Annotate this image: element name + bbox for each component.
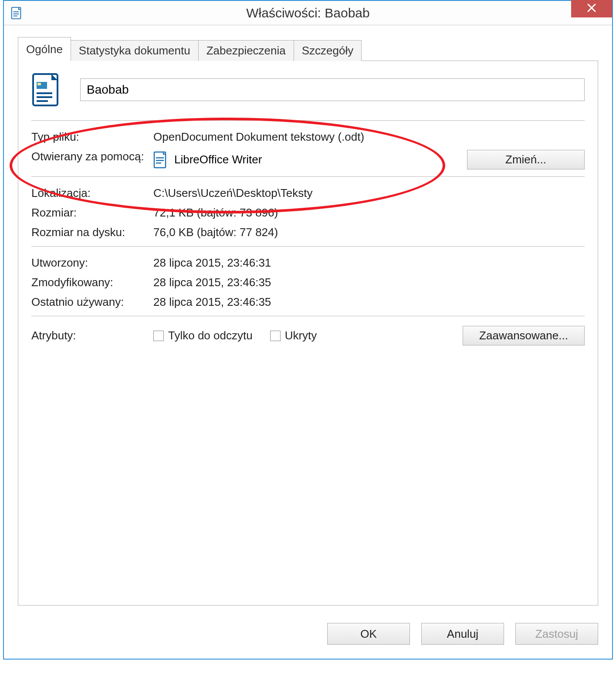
filetype-label: Typ pliku: — [31, 130, 153, 144]
svg-rect-11 — [156, 157, 164, 159]
dialog-footer: OK Anuluj Zastosuj — [4, 614, 612, 659]
svg-rect-6 — [37, 83, 41, 85]
separator — [31, 246, 585, 247]
size-label: Rozmiar: — [31, 206, 153, 220]
location-value: C:\Users\Uczeń\Desktop\Teksty — [153, 186, 585, 200]
openwith-label: Otwierany za pomocą: — [31, 150, 153, 163]
hidden-checkbox[interactable] — [270, 331, 281, 341]
close-icon — [587, 2, 596, 16]
created-label: Utworzony: — [31, 256, 153, 270]
accessed-value: 28 lipca 2015, 23:46:35 — [153, 295, 585, 309]
svg-rect-12 — [156, 160, 164, 161]
svg-rect-8 — [37, 96, 52, 98]
titlebar: Właściwości: Baobab — [4, 1, 612, 25]
readonly-checkbox[interactable] — [153, 331, 164, 341]
document-icon — [31, 72, 63, 107]
disksize-label: Rozmiar na dysku: — [31, 226, 153, 239]
readonly-label: Tylko do odczytu — [168, 329, 253, 342]
disksize-value: 76,0 KB (bajtów: 77 824) — [153, 226, 585, 239]
svg-rect-3 — [14, 15, 17, 16]
apply-button[interactable]: Zastosuj — [515, 623, 598, 645]
filetype-value: OpenDocument Dokument tekstowy (.odt) — [153, 130, 585, 144]
svg-rect-1 — [14, 11, 19, 12]
properties-dialog: Właściwości: Baobab Ogólne Statystyka do… — [3, 0, 613, 660]
tab-statistics[interactable]: Statystyka dokumentu — [71, 40, 199, 61]
tab-details[interactable]: Szczegóły — [294, 40, 362, 61]
tabstrip: Ogólne Statystyka dokumentu Zabezpieczen… — [18, 38, 598, 61]
app-icon — [10, 7, 23, 20]
window-title: Właściwości: Baobab — [4, 6, 612, 20]
tab-security[interactable]: Zabezpieczenia — [198, 40, 294, 61]
created-value: 28 lipca 2015, 23:46:31 — [153, 256, 585, 270]
advanced-button[interactable]: Zaawansowane... — [463, 326, 585, 345]
separator — [31, 176, 585, 177]
separator — [31, 316, 585, 316]
openwith-value: LibreOffice Writer — [174, 153, 262, 166]
svg-rect-2 — [14, 13, 19, 14]
tab-panel-general: Typ pliku: OpenDocument Dokument tekstow… — [18, 61, 598, 606]
svg-rect-9 — [37, 100, 48, 102]
svg-rect-13 — [156, 162, 161, 164]
attributes-label: Atrybuty: — [31, 329, 153, 342]
accessed-label: Ostatnio używany: — [31, 295, 153, 309]
filename-input[interactable] — [80, 78, 585, 101]
change-button[interactable]: Zmień... — [467, 150, 585, 169]
close-button[interactable] — [571, 0, 612, 17]
tab-general[interactable]: Ogólne — [18, 37, 71, 61]
separator — [31, 120, 585, 121]
cancel-button[interactable]: Anuluj — [421, 623, 504, 645]
dialog-content: Ogólne Statystyka dokumentu Zabezpieczen… — [4, 25, 612, 614]
hidden-label: Ukryty — [285, 329, 317, 342]
svg-rect-7 — [37, 92, 52, 94]
writer-icon — [153, 151, 168, 169]
size-value: 72,1 KB (bajtów: 73 896) — [153, 206, 585, 220]
ok-button[interactable]: OK — [327, 623, 410, 645]
location-label: Lokalizacja: — [31, 186, 153, 200]
modified-label: Zmodyfikowany: — [31, 276, 153, 289]
modified-value: 28 lipca 2015, 23:46:35 — [153, 276, 585, 289]
